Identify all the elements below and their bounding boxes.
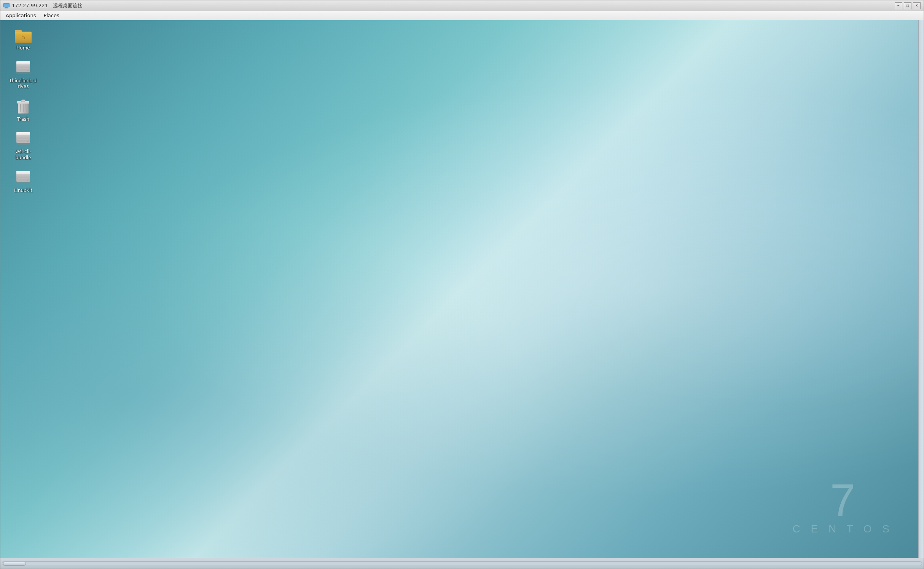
linuxkit-icon[interactable]: LinuxKit bbox=[8, 166, 38, 195]
wsl-cli-bundle-icon[interactable]: wsl-cli-bundle bbox=[8, 128, 38, 162]
svg-rect-31 bbox=[16, 132, 30, 134]
maximize-button[interactable]: □ bbox=[904, 2, 911, 9]
svg-rect-3 bbox=[5, 8, 8, 8]
thinclient-drives-label: thinclient_drives bbox=[10, 78, 37, 90]
centos-watermark: 7 C E N T O S bbox=[792, 477, 893, 535]
centos-version-number: 7 bbox=[830, 477, 855, 523]
svg-rect-39 bbox=[16, 171, 30, 173]
minimize-button[interactable]: − bbox=[895, 2, 902, 9]
right-scrollbar[interactable] bbox=[918, 20, 924, 558]
svg-rect-15 bbox=[18, 67, 29, 67]
svg-rect-16 bbox=[18, 68, 29, 69]
svg-rect-26 bbox=[21, 100, 25, 102]
trash-label: Trash bbox=[17, 117, 29, 123]
home-label: Home bbox=[16, 45, 30, 51]
applications-menu[interactable]: Applications bbox=[2, 12, 40, 19]
title-bar-text: 172.27.99.221 - 远程桌面连接 bbox=[12, 2, 895, 9]
taskbar bbox=[0, 558, 924, 569]
wsl-cli-bundle-label: wsl-cli-bundle bbox=[10, 149, 37, 161]
linuxkit-image bbox=[14, 168, 32, 186]
thinclient-drives-image bbox=[14, 58, 32, 77]
places-menu[interactable]: Places bbox=[40, 12, 63, 19]
svg-line-23 bbox=[26, 104, 26, 112]
taskbar-scrollbar[interactable] bbox=[2, 561, 922, 566]
close-button[interactable]: × bbox=[913, 2, 921, 9]
svg-rect-41 bbox=[18, 178, 29, 179]
title-bar: 172.27.99.221 - 远程桌面连接 − □ × bbox=[0, 0, 924, 11]
svg-rect-1 bbox=[4, 4, 9, 7]
menu-bar: Applications Places bbox=[0, 11, 924, 20]
svg-rect-32 bbox=[18, 137, 29, 138]
svg-text:⌂: ⌂ bbox=[21, 34, 25, 41]
centos-version-text: C E N T O S bbox=[792, 523, 893, 535]
svg-point-42 bbox=[27, 179, 29, 181]
svg-rect-2 bbox=[5, 7, 8, 8]
svg-point-17 bbox=[27, 70, 29, 71]
remote-desktop-window: 172.27.99.221 - 远程桌面连接 − □ × Application… bbox=[0, 0, 924, 569]
svg-rect-6 bbox=[15, 30, 22, 32]
remote-desktop-icon bbox=[3, 3, 10, 9]
svg-line-21 bbox=[20, 104, 21, 112]
svg-rect-33 bbox=[18, 139, 29, 140]
scrollbar-thumb[interactable] bbox=[3, 562, 26, 566]
window-controls: − □ × bbox=[895, 2, 921, 9]
trash-icon[interactable]: Trash bbox=[8, 95, 38, 124]
desktop-icons-container: ⌂ bbox=[8, 24, 38, 195]
home-folder-image: ⌂ bbox=[14, 26, 32, 44]
trash-image bbox=[14, 97, 32, 115]
svg-rect-40 bbox=[18, 176, 29, 177]
home-icon[interactable]: ⌂ bbox=[8, 24, 38, 53]
linuxkit-label: LinuxKit bbox=[14, 188, 32, 194]
thinclient-drives-icon[interactable]: thinclient_drives bbox=[8, 57, 38, 91]
wsl-cli-bundle-image bbox=[14, 129, 32, 147]
svg-rect-14 bbox=[16, 61, 30, 63]
desktop[interactable]: ⌂ bbox=[0, 20, 924, 558]
svg-point-34 bbox=[27, 141, 29, 142]
